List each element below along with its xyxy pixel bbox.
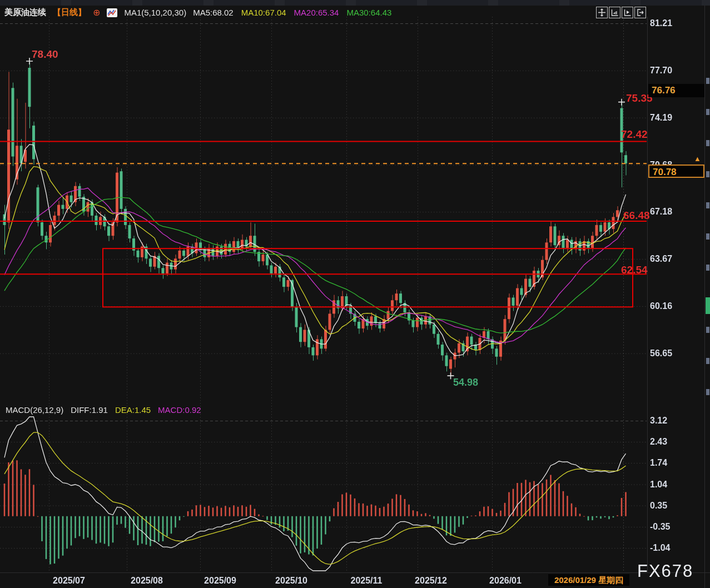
- price-axis-tick: 74.19: [650, 113, 672, 123]
- price-axis-tick: 77.70: [650, 66, 672, 76]
- ma-value-2: MA20:65.34: [294, 8, 339, 17]
- price-annotation: 54.98: [453, 377, 478, 388]
- ma-values: MA5:68.02MA10:67.04MA20:65.34MA30:64.43: [193, 8, 399, 17]
- edge-glyph: [706, 78, 709, 84]
- price-annotation: 78.40: [32, 48, 58, 61]
- watermark: FX678: [637, 561, 693, 581]
- edge-glyph: [706, 109, 709, 115]
- add-indicator-icon[interactable]: ⊕: [93, 8, 100, 17]
- ma-value-0: MA5:68.02: [193, 8, 234, 17]
- macd-header-item-0: MACD(26,12,9): [6, 405, 63, 415]
- month-axis-tick: 2025/07: [53, 576, 85, 586]
- edge-glyph: [706, 233, 709, 240]
- ma-value-1: MA10:67.04: [241, 8, 286, 17]
- edge-glyph: [706, 358, 709, 364]
- edge-glyph: [706, 389, 709, 395]
- price-up-arrow-icon: ▲: [694, 155, 701, 162]
- crosshair-date-label: 2026/01/29 星期四: [548, 574, 629, 586]
- ma-indicator-label[interactable]: MA1(5,10,20,30): [124, 8, 186, 17]
- macd-header-item-3: MACD:0.92: [158, 405, 201, 415]
- prev-settle-price-badge: 76.76: [648, 84, 704, 97]
- edge-glyph-active: [706, 297, 710, 314]
- macd-axis-tick: -0.35: [650, 522, 670, 532]
- macd-header: MACD(26,12,9)DIFF:1.91DEA:1.45MACD:0.92: [6, 405, 201, 415]
- chart-header: 美原油连续 【日线】 ⊕ MA1(5,10,20,30) MA5:68.02MA…: [4, 7, 399, 18]
- macd-axis-tick: 2.43: [650, 437, 667, 447]
- macd-header-item-1: DIFF:1.91: [71, 405, 108, 415]
- month-axis-tick: 2025/10: [275, 576, 307, 586]
- macd-axis-tick: 0.35: [650, 501, 667, 511]
- current-price-badge: 70.78: [648, 165, 704, 178]
- axis-play-icon[interactable]: [622, 7, 633, 18]
- price-axis-tick: 81.21: [650, 18, 672, 28]
- exit-icon[interactable]: [634, 7, 646, 18]
- chart-toolbar: [596, 7, 646, 18]
- window-top-strip: [0, 0, 710, 6]
- macd-axis-tick: 3.12: [650, 416, 667, 426]
- instrument-title: 美原油连续: [4, 7, 46, 18]
- right-edge-panel[interactable]: [705, 17, 710, 578]
- ma-value-3: MA30:64.43: [346, 8, 391, 17]
- month-axis-tick: 2025/09: [204, 576, 236, 586]
- axis-flag-icon[interactable]: [609, 7, 620, 18]
- edge-glyph: [706, 171, 709, 177]
- macd-axis-tick: 1.74: [650, 458, 667, 468]
- edge-glyph: [706, 265, 709, 271]
- macd-axis-tick: -1.04: [650, 543, 670, 553]
- price-axis-tick: 56.65: [650, 348, 672, 358]
- month-axis-tick: 2026/01: [489, 576, 522, 586]
- edge-glyph: [706, 202, 709, 208]
- period-label[interactable]: 【日线】: [53, 7, 86, 18]
- kline-mini-icon: [107, 8, 117, 17]
- chart-canvas[interactable]: [0, 0, 710, 588]
- price-annotation: 66.48: [623, 210, 650, 222]
- edge-glyph: [706, 327, 709, 333]
- move-icon[interactable]: [596, 7, 608, 18]
- month-axis-tick: 2025/11: [351, 576, 383, 586]
- edge-glyph: [706, 140, 709, 146]
- macd-axis-tick: 1.04: [650, 480, 667, 490]
- price-axis-tick: 60.16: [650, 301, 672, 311]
- price-axis-tick: 67.18: [650, 207, 672, 217]
- price-annotation: 72.42: [621, 128, 648, 141]
- price-axis-tick: 63.67: [650, 254, 672, 264]
- month-axis-tick: 2025/12: [415, 576, 447, 586]
- price-annotation: 62.54: [621, 264, 648, 276]
- macd-header-item-2: DEA:1.45: [115, 405, 151, 415]
- month-axis-tick: 2025/08: [131, 576, 163, 586]
